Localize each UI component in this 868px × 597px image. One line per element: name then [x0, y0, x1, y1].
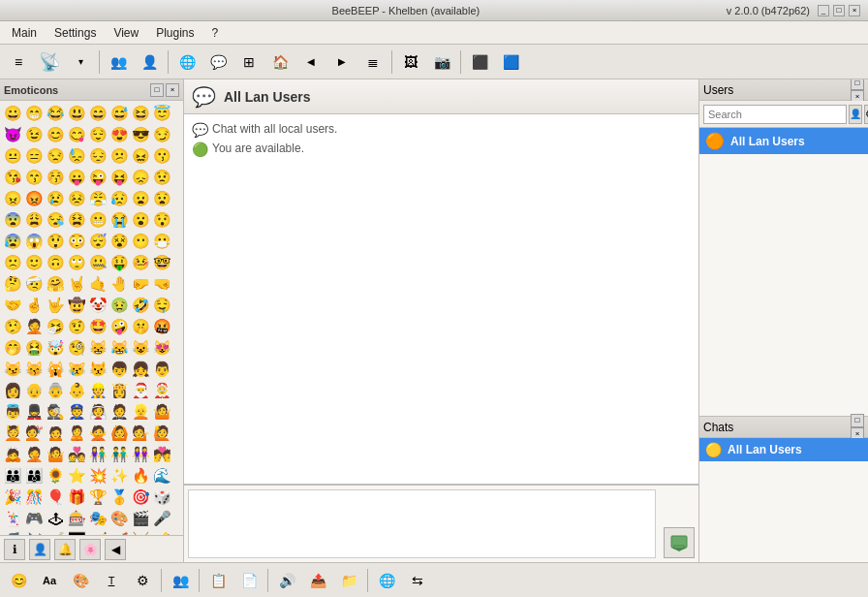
- emoji-cell-8-1[interactable]: 🤕: [23, 273, 45, 295]
- emoji-cell-12-4[interactable]: 😾: [87, 359, 108, 380]
- folder-btn[interactable]: 📁: [334, 567, 363, 594]
- emoji-cell-5-5[interactable]: 😭: [108, 209, 130, 231]
- info-btn[interactable]: ℹ: [4, 539, 25, 560]
- emoji-cell-17-5[interactable]: ✨: [108, 465, 130, 487]
- menu-help[interactable]: ?: [204, 24, 227, 42]
- emoji-cell-14-2[interactable]: 🕵: [45, 401, 66, 423]
- emoji-cell-2-1[interactable]: 😑: [23, 145, 45, 167]
- emoji-cell-5-3[interactable]: 😫: [66, 209, 87, 231]
- emoji-cell-6-1[interactable]: 😱: [23, 231, 45, 252]
- emoji-cell-13-2[interactable]: 👵: [45, 380, 66, 401]
- emoji-cell-1-3[interactable]: 😋: [66, 124, 87, 145]
- paste-btn[interactable]: 📄: [234, 567, 264, 594]
- emoji-cell-16-0[interactable]: 🙇: [2, 444, 23, 465]
- emoji-cell-6-2[interactable]: 😲: [45, 231, 66, 252]
- emoji-cell-10-1[interactable]: 🤦: [23, 316, 45, 337]
- emoji-cell-11-7[interactable]: 😻: [151, 337, 172, 359]
- emoji-cell-8-0[interactable]: 🤔: [2, 273, 23, 295]
- emoji-cell-19-6[interactable]: 🎬: [130, 508, 151, 529]
- emoji-cell-1-5[interactable]: 😍: [108, 124, 130, 145]
- emoji-cell-12-7[interactable]: 👨: [151, 359, 172, 380]
- emoji-cell-19-1[interactable]: 🎮: [23, 508, 45, 529]
- search-input[interactable]: [703, 105, 847, 124]
- emoji-cell-4-3[interactable]: 😣: [66, 188, 87, 209]
- emoji-cell-3-2[interactable]: 😚: [45, 167, 66, 188]
- emoji-cell-10-2[interactable]: 🤧: [45, 316, 66, 337]
- emoji-cell-8-2[interactable]: 🤗: [45, 273, 66, 295]
- users-restore-btn[interactable]: □: [851, 79, 864, 90]
- bell-btn[interactable]: 🔔: [54, 539, 76, 560]
- font-btn[interactable]: Aa: [35, 567, 64, 594]
- emoji-cell-8-4[interactable]: 🤙: [87, 273, 108, 295]
- emoji-cell-15-6[interactable]: 💁: [130, 423, 151, 444]
- emoji-cell-1-2[interactable]: 😊: [45, 124, 66, 145]
- user-item-all-lan[interactable]: 🟠 All Lan Users: [699, 128, 868, 154]
- emoji-cell-16-1[interactable]: 🤦: [23, 444, 45, 465]
- send-button[interactable]: [664, 527, 695, 558]
- emoji-cell-9-7[interactable]: 🤤: [151, 295, 172, 316]
- sound-btn[interactable]: 🔊: [272, 567, 301, 594]
- emoji-cell-1-1[interactable]: 😉: [23, 124, 45, 145]
- emoji-cell-14-3[interactable]: 👮: [66, 401, 87, 423]
- emoji-cell-17-7[interactable]: 🌊: [151, 465, 172, 487]
- emoji-cell-14-5[interactable]: 🤵: [108, 401, 130, 423]
- emoji-cell-11-2[interactable]: 🤯: [45, 337, 66, 359]
- emoji-cell-4-2[interactable]: 😢: [45, 188, 66, 209]
- emoji-cell-11-4[interactable]: 😸: [87, 337, 108, 359]
- chat-input[interactable]: [188, 489, 656, 558]
- hamburger-icon[interactable]: ≡: [4, 48, 33, 76]
- camera-icon[interactable]: 📷: [427, 48, 456, 76]
- emoji-cell-15-4[interactable]: 🙅: [87, 423, 108, 444]
- emoji-cell-15-2[interactable]: 🙍: [45, 423, 66, 444]
- emoji-cell-1-0[interactable]: 😈: [2, 124, 23, 145]
- emoji-cell-6-4[interactable]: 😴: [87, 231, 108, 252]
- broadcast-icon[interactable]: 📡: [35, 48, 64, 76]
- emoji-cell-13-6[interactable]: 🎅: [130, 380, 151, 401]
- emoji-cell-18-3[interactable]: 🎁: [66, 487, 87, 508]
- emoji-cell-0-3[interactable]: 😃: [66, 103, 87, 124]
- users-icon[interactable]: 👥: [104, 48, 133, 76]
- emoji-cell-3-5[interactable]: 😝: [108, 167, 130, 188]
- emoji-cell-14-1[interactable]: 💂: [23, 401, 45, 423]
- emoji-cell-18-0[interactable]: 🎉: [2, 487, 23, 508]
- emoji-cell-7-5[interactable]: 🤑: [108, 252, 130, 273]
- chat-icon[interactable]: 💬: [203, 48, 232, 76]
- emoji-cell-17-6[interactable]: 🔥: [130, 465, 151, 487]
- grid-icon[interactable]: ⊞: [234, 48, 264, 76]
- user-add-icon[interactable]: 👤: [135, 48, 164, 76]
- emoji-cell-16-5[interactable]: 👬: [108, 444, 130, 465]
- emoji-cell-4-1[interactable]: 😡: [23, 188, 45, 209]
- emoji-cell-6-5[interactable]: 😵: [108, 231, 130, 252]
- emoji-cell-11-1[interactable]: 🤮: [23, 337, 45, 359]
- emoji-cell-12-2[interactable]: 🙀: [45, 359, 66, 380]
- arrow-left-btn[interactable]: ◀: [105, 539, 126, 560]
- emoji-cell-0-5[interactable]: 😅: [108, 103, 130, 124]
- emoji-cell-12-5[interactable]: 👦: [108, 359, 130, 380]
- home-icon[interactable]: 🏠: [265, 48, 294, 76]
- emoji-cell-19-4[interactable]: 🎭: [87, 508, 108, 529]
- emoji-cell-4-0[interactable]: 😠: [2, 188, 23, 209]
- emoji-cell-8-5[interactable]: 🤚: [108, 273, 130, 295]
- emoji-cell-0-4[interactable]: 😄: [87, 103, 108, 124]
- emoji-cell-17-0[interactable]: 👪: [2, 465, 23, 487]
- emoji-cell-2-6[interactable]: 😖: [130, 145, 151, 167]
- emoji-cell-15-1[interactable]: 💇: [23, 423, 45, 444]
- emoji-cell-11-5[interactable]: 😹: [108, 337, 130, 359]
- emoji-cell-16-3[interactable]: 💑: [66, 444, 87, 465]
- emoji-cell-1-6[interactable]: 😎: [130, 124, 151, 145]
- settings-btn[interactable]: ⚙: [128, 567, 157, 594]
- emoji-cell-14-6[interactable]: 👱: [130, 401, 151, 423]
- emoji-cell-0-1[interactable]: 😁: [23, 103, 45, 124]
- emoji-cell-3-6[interactable]: 😞: [130, 167, 151, 188]
- emoji-cell-18-4[interactable]: 🏆: [87, 487, 108, 508]
- emoji-cell-2-2[interactable]: 😒: [45, 145, 66, 167]
- emoji-cell-7-6[interactable]: 🤒: [130, 252, 151, 273]
- emoji-cell-17-3[interactable]: ⭐: [66, 465, 87, 487]
- emoji-cell-16-6[interactable]: 👭: [130, 444, 151, 465]
- emoji-cell-7-7[interactable]: 🤓: [151, 252, 172, 273]
- back-icon[interactable]: ◀: [296, 48, 326, 76]
- emoji-cell-13-7[interactable]: 🤶: [151, 380, 172, 401]
- emoji-cell-14-4[interactable]: 👰: [87, 401, 108, 423]
- emoji-cell-5-7[interactable]: 😯: [151, 209, 172, 231]
- emoji-cell-11-3[interactable]: 🧐: [66, 337, 87, 359]
